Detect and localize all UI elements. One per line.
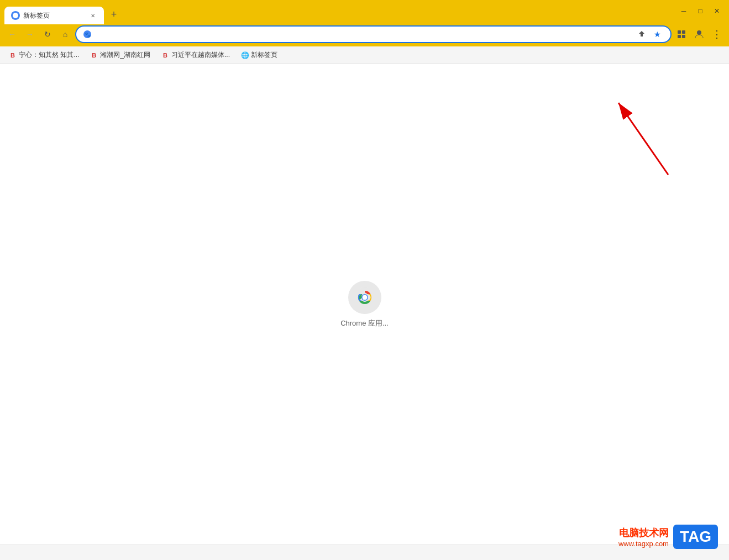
tab-area: 新标签页 ✕ +	[4, 0, 674, 22]
omnibox-input[interactable]	[95, 30, 632, 39]
close-button[interactable]: ✕	[709, 3, 725, 19]
titlebar: 新标签页 ✕ + ─ □ ✕	[0, 0, 729, 22]
svg-rect-2	[678, 30, 681, 34]
menu-button[interactable]: ⋮	[709, 27, 725, 42]
bookmark-favicon-1: B	[9, 51, 17, 59]
watermark-tag: TAG	[673, 525, 718, 549]
new-tab-button[interactable]: +	[106, 7, 122, 22]
svg-rect-3	[682, 30, 685, 34]
bookmarks-bar: B 宁心：知其然 知其... B 湘潮网_湖南红网 B 习近平在越南媒体... …	[0, 46, 729, 64]
chrome-apps-shortcut[interactable]: Chrome 应用...	[340, 281, 389, 328]
omnibox-actions: ★	[635, 28, 664, 41]
tab-favicon	[11, 11, 20, 20]
bookmark-label-1: 宁心：知其然 知其...	[19, 50, 79, 60]
svg-text:🐾: 🐾	[85, 32, 91, 38]
bookmark-star-button[interactable]: ★	[651, 28, 664, 41]
watermark-text: 电脑技术网 www.tagxp.com	[618, 526, 669, 548]
omnibox-favicon: 🐾	[83, 30, 92, 39]
bookmark-label-2: 湘潮网_湖南红网	[100, 50, 150, 60]
reload-button[interactable]: ↻	[40, 27, 55, 42]
forward-button[interactable]: →	[22, 27, 38, 42]
bookmark-label-3: 习近平在越南媒体...	[171, 50, 230, 60]
home-button[interactable]: ⌂	[57, 27, 73, 42]
watermark-site-name: 电脑技术网	[618, 526, 669, 540]
svg-rect-4	[678, 35, 681, 38]
watermark: 电脑技术网 www.tagxp.com TAG	[618, 525, 718, 549]
svg-line-12	[618, 103, 668, 175]
content-area: Chrome 应用...	[0, 64, 729, 545]
bookmark-item-4[interactable]: 🌐 新标签页	[237, 49, 282, 61]
annotation-arrow	[607, 92, 696, 180]
extensions-button[interactable]	[674, 27, 689, 42]
active-tab[interactable]: 新标签页 ✕	[4, 7, 104, 24]
bookmark-item-3[interactable]: B 习近平在越南媒体...	[157, 49, 234, 61]
restore-button[interactable]: □	[693, 3, 708, 19]
watermark-url: www.tagxp.com	[618, 540, 669, 548]
svg-rect-5	[682, 35, 685, 38]
tab-title: 新标签页	[23, 11, 85, 20]
svg-point-6	[697, 30, 701, 35]
bookmark-item-1[interactable]: B 宁心：知其然 知其...	[4, 49, 83, 61]
share-button[interactable]	[635, 28, 648, 41]
bookmark-label-4: 新标签页	[251, 50, 277, 60]
bookmark-favicon-3: B	[161, 51, 169, 59]
bookmark-favicon-4: 🌐	[241, 51, 249, 59]
chrome-icon-circle	[348, 281, 381, 314]
omnibox[interactable]: 🐾 ★	[75, 25, 672, 43]
bookmark-item-2[interactable]: B 湘潮网_湖南红网	[86, 49, 155, 61]
bookmark-favicon-2: B	[90, 51, 98, 59]
toolbar: ← → ↻ ⌂ 🐾 ★	[0, 22, 729, 46]
window-controls: ─ □ ✕	[676, 3, 725, 19]
tab-close-button[interactable]: ✕	[88, 11, 97, 20]
minimize-button[interactable]: ─	[676, 3, 691, 19]
back-button[interactable]: ←	[4, 27, 20, 42]
chrome-apps-label: Chrome 应用...	[340, 318, 389, 328]
profile-button[interactable]	[691, 27, 707, 42]
svg-point-10	[362, 295, 367, 300]
